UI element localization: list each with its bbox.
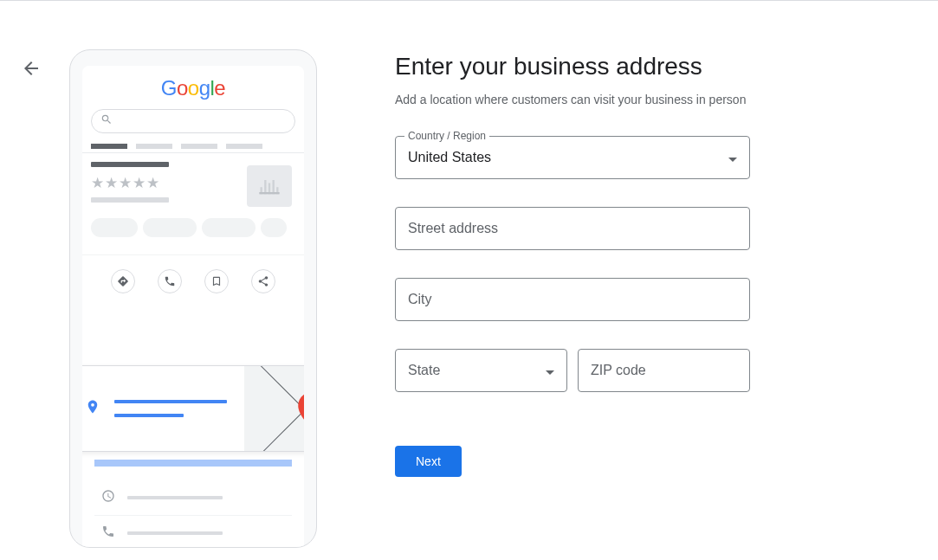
street-address-input[interactable]: Street address <box>395 207 750 250</box>
page-subtitle: Add a location where customers can visit… <box>395 93 750 106</box>
zip-placeholder: ZIP code <box>591 363 646 378</box>
state-placeholder: State <box>408 363 440 378</box>
tabs-mock <box>82 144 304 153</box>
country-region-select[interactable]: Country / Region United States <box>395 136 750 179</box>
map-card-mock <box>82 365 304 452</box>
street-placeholder: Street address <box>408 221 498 236</box>
bookmark-icon <box>204 269 229 293</box>
thumbnail-icon <box>247 165 292 207</box>
zip-code-input[interactable]: ZIP code <box>578 349 750 392</box>
city-placeholder: City <box>408 292 432 307</box>
chevron-down-icon <box>728 150 737 165</box>
details-list-mock <box>94 460 292 547</box>
chips-mock <box>82 215 304 237</box>
back-button[interactable] <box>21 58 42 79</box>
search-icon <box>100 113 113 129</box>
result-block-mock: ★★★★★ <box>82 153 304 215</box>
action-icons-mock <box>82 254 304 306</box>
search-bar-mock <box>91 109 295 133</box>
page-title: Enter your business address <box>395 53 750 80</box>
phone-icon <box>158 269 182 293</box>
city-input[interactable]: City <box>395 278 750 321</box>
country-label: Country / Region <box>404 130 489 142</box>
state-select[interactable]: State <box>395 349 567 392</box>
google-logo: Google <box>82 76 304 100</box>
next-button[interactable]: Next <box>395 446 462 477</box>
share-icon <box>251 269 275 293</box>
directions-icon <box>111 269 135 293</box>
location-pin-icon <box>85 396 100 421</box>
phone-info-icon <box>101 525 115 542</box>
phone-illustration: Google ★★★★★ <box>69 49 317 548</box>
country-value: United States <box>408 150 491 165</box>
map-thumbnail <box>244 366 304 451</box>
chevron-down-icon <box>546 363 554 378</box>
red-map-pin-icon <box>298 392 304 432</box>
clock-icon <box>101 489 115 506</box>
svg-rect-0 <box>259 192 279 194</box>
